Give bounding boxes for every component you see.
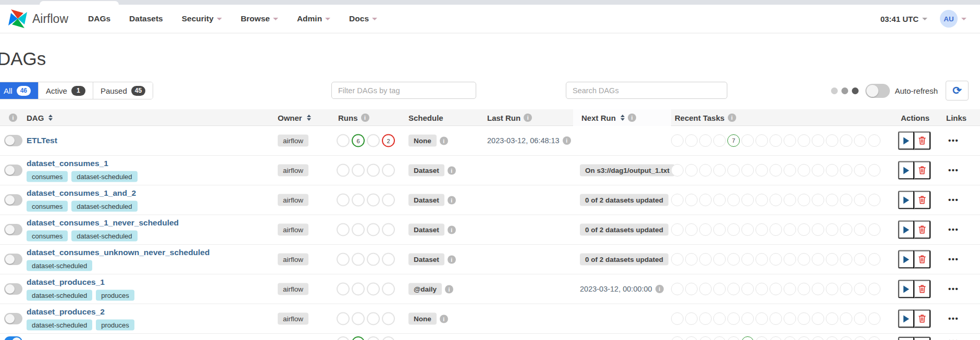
trigger-dag-button[interactable]: [898, 310, 914, 328]
dag-name-link[interactable]: dataset_consumes_1_and_2: [27, 188, 136, 197]
owner-badge[interactable]: airflow: [278, 254, 308, 266]
schedule-badge[interactable]: Dataset: [408, 254, 444, 266]
empty-status-circle[interactable]: [367, 164, 380, 177]
empty-status-circle[interactable]: [671, 283, 684, 295]
info-icon[interactable]: i: [628, 114, 636, 122]
empty-status-circle[interactable]: [337, 336, 350, 340]
empty-status-circle[interactable]: [812, 164, 824, 177]
trigger-dag-button[interactable]: [898, 337, 914, 340]
nav-item-admin[interactable]: Admin: [297, 14, 330, 23]
empty-status-circle[interactable]: [699, 164, 712, 177]
schedule-badge[interactable]: Dataset: [408, 165, 444, 177]
empty-status-circle[interactable]: [382, 336, 395, 340]
dag-name-link[interactable]: dataset_produces_1: [27, 278, 105, 286]
empty-status-circle[interactable]: [671, 253, 684, 266]
empty-status-circle[interactable]: [854, 164, 866, 177]
schedule-badge[interactable]: Dataset: [408, 194, 444, 206]
dag-tag-badge[interactable]: dataset-scheduled: [71, 171, 137, 182]
tab-paused[interactable]: Paused 45: [93, 82, 153, 99]
empty-status-circle[interactable]: [854, 283, 866, 295]
empty-status-circle[interactable]: [699, 283, 712, 295]
trigger-dag-button[interactable]: [898, 221, 914, 239]
next-run-badge[interactable]: On s3://dag1/output_1.txt: [580, 165, 675, 177]
empty-status-circle[interactable]: [727, 223, 740, 236]
schedule-badge[interactable]: Dataset: [408, 224, 444, 236]
empty-status-circle[interactable]: [713, 134, 726, 147]
dag-name-link[interactable]: dataset_consumes_1_never_scheduled: [27, 218, 179, 227]
empty-status-circle[interactable]: [812, 336, 824, 340]
info-icon[interactable]: i: [448, 166, 456, 174]
empty-status-circle[interactable]: [685, 312, 698, 325]
empty-status-circle[interactable]: [699, 134, 712, 147]
delete-dag-button[interactable]: [914, 280, 931, 298]
empty-status-circle[interactable]: [784, 194, 796, 206]
empty-status-circle[interactable]: [382, 223, 395, 236]
empty-status-circle[interactable]: [854, 253, 866, 266]
user-menu[interactable]: AU: [940, 10, 966, 28]
empty-status-circle[interactable]: [784, 336, 796, 340]
empty-status-circle[interactable]: [854, 194, 866, 206]
owner-badge[interactable]: airflow: [278, 283, 308, 295]
empty-status-circle[interactable]: [685, 134, 698, 147]
owner-badge[interactable]: airflow: [278, 224, 308, 236]
dag-links-menu[interactable]: •••: [948, 284, 959, 293]
next-run-timestamp[interactable]: 2023-03-12, 00:00:00: [580, 285, 652, 293]
empty-status-circle[interactable]: [337, 134, 350, 147]
empty-status-circle[interactable]: [713, 312, 726, 325]
dag-links-menu[interactable]: •••: [948, 136, 959, 145]
empty-status-circle[interactable]: [337, 164, 350, 177]
dag-tag-badge[interactable]: dataset-scheduled: [27, 320, 92, 331]
empty-status-circle[interactable]: [784, 283, 796, 295]
empty-status-circle[interactable]: [671, 312, 684, 325]
empty-status-circle[interactable]: [382, 283, 395, 296]
tag-filter-input[interactable]: [331, 82, 476, 99]
empty-status-circle[interactable]: [812, 134, 824, 147]
empty-status-circle[interactable]: [798, 223, 810, 236]
empty-status-circle[interactable]: [770, 336, 782, 340]
empty-status-circle[interactable]: [741, 194, 754, 206]
empty-status-circle[interactable]: [367, 312, 380, 325]
empty-status-circle[interactable]: [352, 164, 365, 177]
empty-status-circle[interactable]: [812, 223, 824, 236]
empty-status-circle[interactable]: [868, 283, 880, 295]
empty-status-circle[interactable]: [868, 312, 880, 325]
info-icon[interactable]: i: [728, 114, 736, 122]
empty-status-circle[interactable]: [798, 134, 810, 147]
empty-status-circle[interactable]: [826, 194, 838, 206]
dag-tag-badge[interactable]: consumes: [27, 201, 68, 212]
delete-dag-button[interactable]: [914, 250, 931, 269]
empty-status-circle[interactable]: [770, 134, 782, 147]
empty-status-circle[interactable]: [741, 312, 754, 325]
last-run-timestamp[interactable]: 2023-03-12, 06:48:13: [487, 136, 560, 145]
dag-name-link[interactable]: dataset_produces_2: [27, 307, 105, 316]
empty-status-circle[interactable]: [685, 283, 698, 295]
header-owner[interactable]: Owner: [278, 109, 311, 126]
empty-status-circle[interactable]: [770, 253, 782, 266]
tab-all[interactable]: All 46: [0, 82, 39, 99]
info-icon[interactable]: i: [440, 314, 448, 323]
empty-status-circle[interactable]: [826, 283, 838, 295]
info-icon[interactable]: i: [655, 285, 664, 293]
dag-tag-badge[interactable]: consumes: [27, 231, 68, 242]
dag-tag-badge[interactable]: dataset-scheduled: [71, 231, 137, 242]
trigger-dag-button[interactable]: [898, 132, 914, 150]
info-icon[interactable]: i: [448, 225, 456, 234]
info-icon[interactable]: i: [361, 114, 369, 122]
empty-status-circle[interactable]: [367, 223, 380, 236]
empty-status-circle[interactable]: [685, 194, 698, 206]
search-input[interactable]: [566, 82, 727, 99]
dag-pause-toggle[interactable]: [4, 135, 22, 146]
owner-badge[interactable]: airflow: [278, 313, 308, 325]
empty-status-circle[interactable]: [798, 336, 810, 340]
delete-dag-button[interactable]: [914, 161, 931, 180]
empty-status-circle[interactable]: [741, 283, 754, 295]
empty-status-circle[interactable]: [727, 253, 740, 266]
empty-status-circle[interactable]: [699, 253, 712, 266]
dag-name-link[interactable]: ETLTest: [27, 136, 57, 145]
empty-status-circle[interactable]: [826, 134, 838, 147]
empty-status-circle[interactable]: [671, 223, 684, 236]
next-run-badge[interactable]: 0 of 2 datasets updated: [580, 224, 668, 236]
empty-status-circle[interactable]: [699, 312, 712, 325]
next-run-badge[interactable]: 0 of 2 datasets updated: [580, 194, 668, 206]
delete-dag-button[interactable]: [914, 337, 931, 340]
